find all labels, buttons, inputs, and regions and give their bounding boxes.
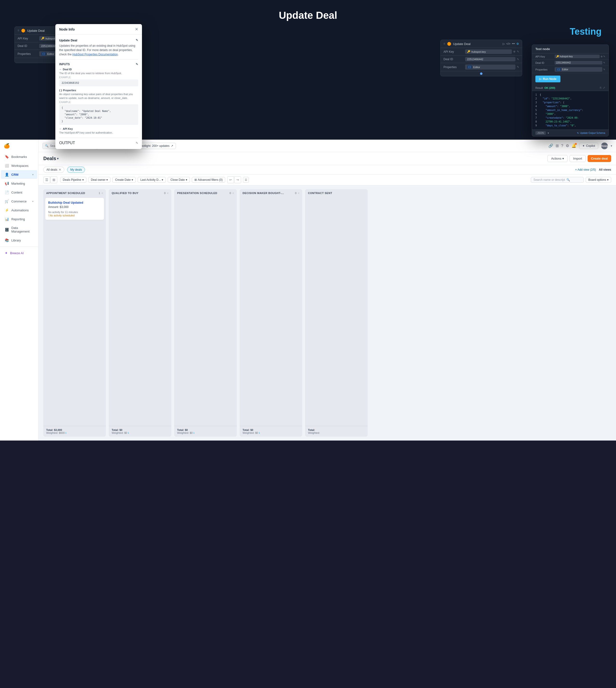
drag-handle[interactable]: ⠿ xyxy=(18,29,19,32)
user-dropdown-icon[interactable]: ▾ xyxy=(611,144,612,148)
col1-chevron[interactable]: < xyxy=(102,192,103,194)
sidebar-item-reporting[interactable]: 📊 Reporting xyxy=(1,215,37,223)
col2-chevron[interactable]: < xyxy=(167,192,169,194)
column-settings-button[interactable]: ☰ xyxy=(243,177,249,183)
actions-button[interactable]: Actions ▾ xyxy=(547,155,568,162)
test-key-icon: 🔑 xyxy=(556,55,559,58)
settings-icon-2[interactable]: ⚙ xyxy=(516,42,519,45)
deal-id-value-2: 22513466442 xyxy=(465,57,515,61)
json-format-badge[interactable]: JSON xyxy=(535,131,546,135)
inputs-edit[interactable]: ✎ xyxy=(136,63,138,66)
deal-id-label-2: Deal ID xyxy=(443,58,465,61)
sidebar-item-marketing[interactable]: 📢 Marketing xyxy=(1,179,37,188)
last-activity-filter[interactable]: Last Activity D... ▾ xyxy=(138,177,166,183)
column-contract-sent: CONTRACT SENT Total: Weighted: xyxy=(305,189,368,437)
key-icon: 🔑 xyxy=(41,37,45,40)
api-key-copy-2[interactable]: ⊕ xyxy=(513,50,515,53)
deals-title: Deals xyxy=(43,156,56,161)
deal-id-label: Deal ID xyxy=(18,44,39,48)
drag-handle-2[interactable]: ⠿ xyxy=(443,43,445,45)
chevron-down-icon[interactable]: ▾ xyxy=(548,132,549,134)
all-views-button[interactable]: All views xyxy=(599,168,611,171)
advanced-filters-button[interactable]: ⊞ Advanced filters (0) xyxy=(192,177,225,183)
board-options-button[interactable]: Board options ▾ xyxy=(586,177,611,183)
properties-edit-2[interactable]: ✎ xyxy=(517,65,519,69)
sidebar-item-library[interactable]: 📚 Library xyxy=(1,236,37,244)
sidebar-item-workspaces[interactable]: ⬜ Workspaces xyxy=(1,161,37,170)
sidebar-item-crm[interactable]: 👤 CRM ▾ xyxy=(1,170,37,179)
create-deal-button[interactable]: Create deal xyxy=(588,155,611,162)
tab-my-deals[interactable]: My deals xyxy=(67,167,85,173)
redo-button[interactable]: ↪ xyxy=(234,176,241,183)
test-deal-id-label: Deal ID xyxy=(535,61,555,64)
test-api-edit[interactable]: ✎ xyxy=(603,55,605,58)
column-decision-maker: DECISION MAKER BOUGHT-... 0 < Total: $0 … xyxy=(240,189,302,437)
more-icon-2[interactable]: ••• xyxy=(512,42,515,45)
create-date-filter[interactable]: Create Date ▾ xyxy=(112,177,136,183)
result-label: Result xyxy=(535,86,543,89)
col3-chevron[interactable]: < xyxy=(233,192,234,194)
test-deal-edit[interactable]: ✎ xyxy=(603,61,605,64)
settings-topbar-icon[interactable]: ⚙ xyxy=(566,144,569,148)
expand-result-icon[interactable]: ⤢ xyxy=(603,86,605,89)
output-edit[interactable]: ✎ xyxy=(136,141,138,145)
close-icon[interactable]: ✕ xyxy=(135,27,138,31)
board-view-button[interactable]: ⊞ xyxy=(50,176,57,183)
close-date-label: Close Date xyxy=(170,178,184,181)
test-props-edit[interactable]: ✎ xyxy=(603,68,605,71)
api-key-edit-2[interactable]: ✎ xyxy=(517,50,519,53)
deal-title[interactable]: Buildship Deal Updated xyxy=(48,201,101,205)
copilot-button[interactable]: ✦ Copilot xyxy=(579,143,598,149)
sidebar-item-automations[interactable]: ⚡ Automations xyxy=(1,206,37,214)
sidebar-item-breeze-ai[interactable]: ✦ Breeze AI xyxy=(1,249,37,257)
avatar[interactable]: Rowy xyxy=(601,143,608,149)
all-deals-label: All deals xyxy=(46,168,57,171)
sidebar: 🍊 🔖 Bookmarks ⬜ Workspaces 👤 CRM ▾ 📢 Mar… xyxy=(0,139,39,440)
deal-id-edit-2[interactable]: ✎ xyxy=(517,58,519,61)
col1-count: 1 xyxy=(98,192,100,194)
sidebar-item-commerce[interactable]: 🛒 Commerce ▾ xyxy=(1,197,37,206)
col3-weighted: Weighted: $0 xyxy=(177,431,193,434)
undo-button[interactable]: ↩ xyxy=(227,176,234,183)
col1-info-icon[interactable]: ℹ xyxy=(65,432,66,434)
sidebar-item-data-management[interactable]: 🗄️ Data Management xyxy=(1,224,37,236)
deal-owner-filter[interactable]: Deal owner ▾ xyxy=(88,177,111,183)
run-node-button[interactable]: ▷ Run Node xyxy=(535,76,560,82)
add-view-button[interactable]: + Add view (2/5) xyxy=(575,168,596,171)
list-view-button[interactable]: ☰ xyxy=(43,176,50,183)
search-deals-input[interactable]: Search name or descript 🔍 xyxy=(531,177,584,183)
pipeline-select[interactable]: Deals Pipeline ▾ xyxy=(60,177,86,183)
properties-field-label: Properties xyxy=(63,89,76,92)
play-icon-2[interactable]: ▷ xyxy=(503,42,505,45)
copy-result-icon[interactable]: ⎘ xyxy=(600,86,601,89)
grid-icon[interactable]: ⊞ xyxy=(556,144,559,148)
test-api-copy[interactable]: ⊕ xyxy=(600,55,602,58)
code-icon-2[interactable]: </> xyxy=(506,42,510,45)
col2-info-icon[interactable]: ℹ xyxy=(128,432,129,434)
close-date-filter[interactable]: Close Date ▾ xyxy=(168,177,190,183)
col3-info-icon[interactable]: ℹ xyxy=(194,432,194,434)
library-icon: 📚 xyxy=(5,238,9,242)
refresh-icon: ↻ xyxy=(577,132,579,134)
tab-bar: All deals ✕ My deals + Add view (2/5) Al… xyxy=(39,165,616,174)
column-appointment-scheduled: APPOINTMENT SCHEDULED 1 < Buildship Deal… xyxy=(43,189,106,437)
col1-title: APPOINTMENT SCHEDULED xyxy=(46,192,97,194)
properties-label-2: Properties xyxy=(443,65,465,69)
update-schema-button[interactable]: ↻ Update Output Schema xyxy=(577,132,605,134)
deals-dropdown-icon[interactable]: ▾ xyxy=(57,157,59,160)
deal-activity: No activity for 11 minutes xyxy=(48,211,101,214)
col4-info-icon[interactable]: ℹ xyxy=(259,432,260,434)
output-label: OUTPUT xyxy=(59,141,75,145)
sidebar-item-bookmarks[interactable]: 🔖 Bookmarks xyxy=(1,152,37,161)
all-deals-close[interactable]: ✕ xyxy=(59,168,61,171)
col4-chevron[interactable]: < xyxy=(298,192,299,194)
link-icon[interactable]: 🔗 xyxy=(548,144,553,148)
properties-doc-link[interactable]: HubSpot Properties Documentation xyxy=(72,53,118,56)
import-button[interactable]: Import xyxy=(570,155,586,162)
help-icon[interactable]: ? xyxy=(561,144,563,148)
close-date-chevron: ▾ xyxy=(186,178,187,181)
edit-icon[interactable]: ✎ xyxy=(136,39,138,42)
tab-all-deals[interactable]: All deals ✕ xyxy=(43,167,64,173)
sidebar-item-content[interactable]: 📄 Content xyxy=(1,188,37,197)
col2-count: 0 xyxy=(164,192,166,194)
